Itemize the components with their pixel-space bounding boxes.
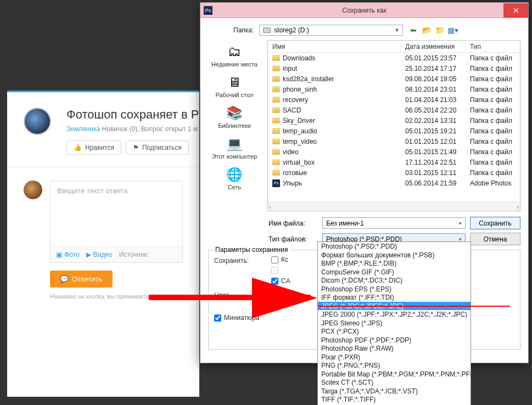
format-option[interactable]: Dicom (*.DCM;*.DC3;*.DIC) [318, 276, 471, 285]
file-row[interactable]: input25.10.2014 17:17Папка с файл [268, 63, 520, 74]
format-option[interactable]: Формат больших документов (*.PSB) [318, 251, 471, 260]
format-option[interactable]: BMP (*.BMP;*.RLE;*.DIB) [318, 259, 471, 268]
author-link[interactable]: Земляника [66, 125, 100, 133]
file-row[interactable]: recovery01.04.2014 21:03Папка с файл [268, 94, 520, 105]
chevron-down-icon: ▼ [394, 27, 399, 33]
folder-icon [272, 86, 280, 92]
format-option[interactable]: PNG (*.PNG;*.PNS) [318, 361, 471, 370]
avatar[interactable] [24, 108, 51, 135]
folder-combo[interactable]: storeg2 (D:) ▼ [259, 25, 403, 36]
format-option[interactable]: PCX (*.PCX) [318, 327, 471, 336]
format-option[interactable]: IFF формат (*.IFF;*.TDI) [318, 293, 471, 302]
file-row[interactable]: phone_sinh08.10.2014 23:01Папка с файл [268, 84, 520, 94]
file-row[interactable]: virtual_box17.11.2014 22:51Папка с файл [268, 157, 520, 167]
chevron-down-icon: ▾ [459, 237, 462, 242]
folder-icon [272, 55, 280, 61]
like-button[interactable]: 👍 Нравится [66, 140, 121, 155]
place-item[interactable]: 🌐Сеть [208, 164, 261, 193]
file-row[interactable]: SACD06.05.2014 22:20Папка с файл [268, 105, 520, 115]
file-list: Downloads05.01.2015 23:57Папка с файлinp… [268, 53, 520, 202]
play-icon: ▶ [86, 251, 91, 258]
file-row[interactable]: video05.01.2015 21:49Папка с файл [268, 147, 520, 157]
format-option[interactable]: Portable Bit Map (*.PBM;*.PGM;*.PPM;*.PN… [318, 370, 471, 379]
place-item[interactable]: 💻Этот компьютер [208, 133, 261, 162]
answer-button[interactable]: 💬 Ответить [50, 271, 113, 288]
dialog-title: Сохранить как [342, 7, 386, 14]
place-label: Недавние места [211, 61, 257, 68]
place-label: Библиотеки [218, 122, 251, 129]
scroll-right-icon[interactable]: › [517, 203, 519, 211]
format-option[interactable]: Photoshop (*.PSD;*.PDD) [318, 242, 471, 251]
file-row[interactable]: готовые03.01.2015 12:11Папка с файл [268, 167, 520, 178]
chevron-down-icon: ▾ [459, 221, 462, 226]
place-label: Рабочий стол [215, 92, 253, 98]
titlebar[interactable]: Ps Сохранить как ✕ [200, 3, 528, 18]
place-item[interactable]: 🗂Недавние места [208, 41, 261, 70]
new-folder-icon[interactable]: 📁 [435, 25, 445, 35]
save-button[interactable]: Сохранить [470, 217, 520, 229]
folder-icon [272, 159, 280, 165]
folder-icon [272, 97, 280, 103]
place-item[interactable]: 🖥Рабочий стол [208, 72, 261, 100]
format-option[interactable]: Photoshop Raw (*.RAW) [318, 344, 471, 353]
cancel-button[interactable]: Отмена [470, 233, 520, 245]
format-option[interactable]: Targa (*.TGA;*.VDA;*.ICB;*.VST) [318, 387, 471, 396]
file-row[interactable]: PsУпырь05.06.2014 21:59Adobe Photos [268, 178, 520, 188]
view-menu-icon[interactable]: ▦▾ [448, 25, 458, 35]
file-header[interactable]: Имя Дата изменения Тип [268, 41, 520, 53]
file-row[interactable]: temp_audio05.01.2015 19:21Папка с файл [268, 126, 520, 136]
file-row[interactable]: Sky_Driver02.02.2014 13:31Папка с файл [268, 115, 520, 126]
filetype-label: Тип файлов: [268, 235, 318, 243]
format-option[interactable]: TIFF (*.TIF;*.TIFF) [318, 395, 471, 404]
file-row[interactable]: ksd282a_installer09.08.2014 19:05Папка с… [268, 74, 520, 84]
close-button[interactable]: ✕ [503, 3, 528, 18]
source-label: Источник: [119, 251, 149, 258]
up-folder-icon[interactable]: 📂 [422, 25, 432, 35]
format-option[interactable]: JPEG Stereo (*.JPS) [318, 319, 471, 328]
place-icon: 💻 [225, 136, 244, 152]
h-scrollbar[interactable]: ‹ › [268, 202, 520, 211]
disk-icon [263, 27, 271, 33]
place-icon: 🗂 [225, 43, 244, 60]
format-option[interactable]: CompuServe GIF (*.GIF) [318, 268, 471, 277]
params-legend: Параметры сохранения [213, 246, 290, 254]
forum-page: Фотошоп сохраняет в PD Земляника Новичок… [7, 91, 199, 397]
scroll-left-icon[interactable]: ‹ [269, 203, 271, 211]
back-icon[interactable]: ⬅ [408, 25, 418, 35]
annotation-arrow-head [252, 278, 317, 318]
col-name[interactable]: Имя [268, 43, 401, 50]
subscribe-button[interactable]: ⚑ Подписаться [126, 140, 189, 155]
folder-icon [272, 76, 280, 82]
place-item[interactable]: 📚Библиотеки [208, 103, 261, 131]
folder-icon [272, 107, 280, 113]
avatar[interactable] [24, 181, 42, 199]
insert-photo-button[interactable]: ▣Фото [56, 251, 80, 258]
thumbs-up-icon: 👍 [74, 144, 82, 151]
filename-input[interactable]: Без имени-1 ▾ [322, 217, 466, 229]
place-icon: 📚 [225, 105, 244, 121]
format-option[interactable]: Photoshop PDF (*.PDF;*.PDP) [318, 336, 471, 345]
folder-icon [272, 117, 280, 123]
place-label: Этот компьютер [212, 153, 257, 160]
format-option[interactable]: Scitex CT (*.SCT) [318, 378, 471, 387]
file-row[interactable]: temp_video01.01.2015 12:01Папка с файл [268, 136, 520, 147]
reply-textarea[interactable]: Введите текст ответа [51, 181, 182, 246]
places-panel: 🗂Недавние места🖥Рабочий стол📚Библиотеки💻… [208, 40, 261, 211]
col-type[interactable]: Тип [466, 43, 520, 50]
format-option[interactable]: Photoshop EPS (*.EPS) [318, 285, 471, 294]
filetype-dropdown[interactable]: Photoshop (*.PSD;*.PDD)Формат больших до… [317, 241, 471, 405]
place-label: Сеть [228, 184, 241, 190]
format-option[interactable]: Pixar (*.PXR) [318, 353, 471, 362]
chk-as-copy[interactable]: Кс [271, 256, 290, 263]
annotation-underline [318, 306, 510, 307]
file-row[interactable]: Downloads05.01.2015 23:57Папка с файл [268, 53, 520, 63]
folder-icon [272, 149, 280, 155]
close-icon: ✕ [513, 6, 519, 15]
file-pane: Имя Дата изменения Тип Downloads05.01.20… [267, 40, 520, 211]
col-date[interactable]: Дата изменения [401, 43, 466, 50]
reply-box: Введите текст ответа ▣Фото ▶Видео Источн… [50, 181, 183, 263]
save-opts-label: Сохранить: [214, 256, 262, 265]
chk-alpha[interactable] [271, 267, 290, 274]
format-option[interactable]: JPEG 2000 (*.JPF;*.JPX;*.JP2;*.J2C;*.J2K… [318, 310, 471, 319]
insert-video-button[interactable]: ▶Видео [86, 251, 113, 258]
